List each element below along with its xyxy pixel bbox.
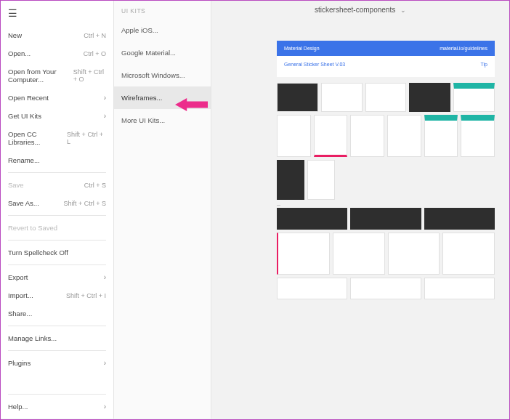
menu-label: Open CC Libraries...	[8, 130, 67, 146]
artboard-thumb[interactable]	[424, 278, 495, 299]
artboard-thumb[interactable]	[277, 160, 304, 200]
sheet-blue-left: Material Design	[284, 46, 320, 51]
chevron-right-icon: ›	[104, 403, 106, 411]
menu-item[interactable]: Rename...	[1, 151, 113, 169]
artboard-thumb[interactable]	[350, 208, 421, 230]
divider	[8, 264, 106, 265]
menu-label: Open...	[8, 49, 31, 57]
menu-item[interactable]: Open from Your Computer...Shift + Ctrl +…	[1, 62, 113, 89]
artboard-thumb[interactable]	[409, 83, 450, 112]
chevron-down-icon: ⌄	[397, 7, 406, 14]
menu-item[interactable]: Plugins›	[1, 354, 113, 372]
menu-shortcut: Shift + Ctrl + L	[67, 131, 106, 145]
menu-item[interactable]: Import...Shift + Ctrl + I	[1, 286, 113, 304]
menu-item[interactable]: Get UI Kits›	[1, 107, 113, 125]
preview-sheet: Material Design material.io/guidelines G…	[277, 41, 495, 302]
menu-item[interactable]: Save As...Shift + Ctrl + S	[1, 194, 113, 212]
submenu-item[interactable]: Wireframes...	[114, 86, 211, 109]
menu-label: Save	[8, 181, 24, 189]
menu-shortcut: Ctrl + S	[84, 182, 106, 189]
menu-label: Manage Links...	[8, 334, 57, 342]
menu-shortcut: Ctrl + N	[84, 32, 106, 39]
menu-item-help[interactable]: Help... ›	[1, 397, 113, 416]
menu-label: Rename...	[8, 156, 40, 164]
menu-shortcut: Shift + Ctrl + O	[73, 68, 106, 83]
artboard-thumb[interactable]	[453, 83, 495, 112]
submenu-ui-kits: UI KITS Apple iOS...Google Material...Mi…	[114, 1, 211, 419]
menu-label: Open from Your Computer...	[8, 68, 73, 84]
artboard-thumb[interactable]	[387, 115, 421, 157]
menu-label: Export	[8, 273, 28, 281]
menu-label: Plugins	[8, 359, 31, 367]
menu-label: Turn Spellcheck Off	[8, 249, 68, 257]
artboard-thumb[interactable]	[442, 233, 495, 275]
menu-label: Help...	[8, 403, 28, 411]
menu-shortcut: Shift + Ctrl + S	[63, 200, 106, 207]
artboard-thumb[interactable]	[365, 83, 407, 112]
menu-label: Save As...	[8, 199, 39, 207]
menu-shortcut: Shift + Ctrl + I	[66, 292, 106, 299]
menu-label: Open Recent	[8, 94, 49, 102]
hamburger-icon[interactable]: ☰	[1, 4, 113, 26]
divider	[8, 394, 106, 395]
menu-label: Get UI Kits	[8, 112, 41, 120]
chevron-right-icon: ›	[104, 112, 106, 120]
artboard-thumb[interactable]	[277, 115, 311, 157]
menu-item[interactable]: Turn Spellcheck Off	[1, 243, 113, 262]
sheet-blue-header: Material Design material.io/guidelines	[277, 41, 495, 56]
submenu-title: UI KITS	[114, 1, 211, 19]
divider	[8, 215, 106, 216]
artboard-thumb[interactable]	[277, 83, 318, 112]
artboard-thumb[interactable]	[350, 115, 384, 157]
chevron-right-icon: ›	[104, 359, 106, 367]
menu-label: Import...	[8, 291, 33, 299]
submenu-item[interactable]: Apple iOS...	[114, 19, 211, 41]
submenu-item[interactable]: More UI Kits...	[114, 109, 211, 132]
menu-item[interactable]: Open...Ctrl + O	[1, 44, 113, 62]
menu-shortcut: Ctrl + O	[84, 50, 106, 57]
menu-item: Revert to Saved	[1, 219, 113, 237]
menu-item[interactable]: Share...	[1, 304, 113, 323]
artboard-thumb[interactable]	[424, 208, 495, 230]
menu-item[interactable]: Manage Links...	[1, 329, 113, 347]
submenu-item[interactable]: Microsoft Windows...	[114, 64, 211, 86]
menu-item[interactable]: Open Recent›	[1, 89, 113, 107]
chevron-right-icon: ›	[104, 94, 106, 102]
submenu-item[interactable]: Google Material...	[114, 41, 211, 64]
menu-label: Share...	[8, 310, 32, 318]
menu-item[interactable]: Open CC Libraries...Shift + Ctrl + L	[1, 125, 113, 151]
sheet-blue-right: material.io/guidelines	[440, 46, 487, 51]
artboard-thumbnails: —	[277, 83, 495, 299]
artboard-thumb[interactable]	[350, 278, 421, 299]
artboard-thumb[interactable]	[424, 115, 458, 157]
menu-item[interactable]: NewCtrl + N	[1, 26, 113, 44]
menu-item: SaveCtrl + S	[1, 176, 113, 194]
menu-label: Revert to Saved	[8, 224, 57, 232]
artboard-thumb[interactable]	[321, 83, 363, 112]
main-menu: ☰ NewCtrl + NOpen...Ctrl + OOpen from Yo…	[1, 1, 114, 419]
sheet-head: General Sticker Sheet V.03 Tip	[277, 56, 495, 77]
artboard-thumb[interactable]	[277, 233, 330, 275]
chevron-right-icon: ›	[104, 273, 106, 281]
artboard-thumb[interactable]	[314, 115, 348, 157]
divider	[8, 172, 106, 173]
sheet-tip-label: Tip	[481, 62, 487, 67]
sheet-title: General Sticker Sheet V.03	[284, 62, 345, 67]
section-label: —	[277, 203, 495, 207]
divider	[8, 326, 106, 326]
artboard-thumb[interactable]	[277, 208, 347, 230]
artboard-thumb[interactable]	[388, 233, 440, 275]
divider	[8, 240, 106, 241]
canvas-area: stickersheet-components ⌄ Material Desig…	[211, 1, 509, 419]
artboard-thumb[interactable]	[461, 115, 495, 157]
document-title-text: stickersheet-components	[315, 6, 395, 14]
artboard-thumb[interactable]	[307, 160, 335, 200]
artboard-thumb[interactable]	[333, 233, 385, 275]
menu-label: New	[8, 31, 22, 39]
document-title[interactable]: stickersheet-components ⌄	[211, 6, 509, 14]
divider	[8, 350, 106, 351]
artboard-thumb[interactable]	[277, 278, 347, 299]
menu-item[interactable]: Export›	[1, 268, 113, 286]
